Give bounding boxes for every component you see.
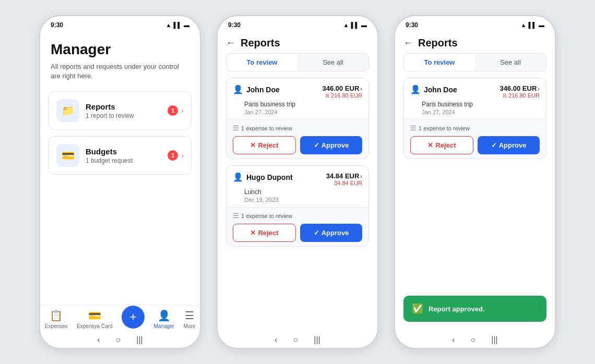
battery-icon-2: ▬ (361, 22, 367, 28)
signal-icon-2: ▌▌ (351, 22, 359, 28)
approve-icon-john: ✓ (314, 141, 319, 149)
reject-icon-john: ✕ (250, 141, 256, 149)
reports-chevron: › (181, 106, 184, 115)
amount-sub-john: ℝ 216.80 EUR (323, 92, 363, 99)
report-card-header-john-3: 👤 John Doe 346.00 EUR › ℝ 216.80 EUR (404, 78, 546, 119)
name-hugo: Hugo Dupont (246, 173, 293, 181)
phone-3: 9:30 ▲ ▌▌ ▬ ← Reports To review See all … (394, 15, 556, 349)
add-button[interactable]: + (122, 306, 145, 329)
expensya-card-label: Expensya Card (77, 323, 112, 329)
toast-message: Report approved. (429, 305, 485, 313)
home-gesture: ○ (116, 335, 121, 345)
home-indicator-2: ‹ ○ ||| (218, 331, 377, 348)
budgets-icon: 💳 (56, 144, 79, 167)
reports-icon: 📁 (56, 99, 79, 122)
tab-to-review-3[interactable]: To review (404, 54, 475, 71)
status-bar-2: 9:30 ▲ ▌▌ ▬ (218, 16, 377, 31)
reports-label: Reports (86, 102, 161, 111)
nav-more[interactable]: ☰ More (183, 309, 195, 329)
avatar-hugo: 👤 (233, 172, 243, 182)
battery-icon-3: ▬ (539, 22, 544, 28)
expensya-card-icon: 💳 (88, 309, 101, 322)
approve-button-hugo[interactable]: ✓ Approve (300, 224, 362, 242)
amount-main-hugo: 34.84 EUR › (326, 172, 362, 180)
toast-icon: ✅ (412, 303, 423, 314)
phone-2: 9:30 ▲ ▌▌ ▬ ← Reports To review See all … (217, 15, 378, 349)
status-bar-1: 9:30 ▲ ▌▌ ▬ (40, 16, 200, 31)
reject-button-hugo[interactable]: ✕ Reject (233, 224, 296, 242)
arrow-john-3: › (538, 86, 540, 92)
wifi-icon-3: ▲ (521, 22, 527, 28)
manager-icon: 👤 (158, 309, 171, 322)
budgets-badge: 1 (168, 150, 178, 161)
person-info-john-3: 👤 John Doe (410, 84, 457, 94)
screen-content-1: Manager All reports and requests under y… (40, 31, 200, 305)
report-card-john-3: 👤 John Doe 346.00 EUR › ℝ 216.80 EUR (403, 78, 546, 159)
budgets-sub: 1 budget request (86, 157, 161, 164)
reject-button-john-3[interactable]: ✕ Reject (410, 136, 473, 154)
report-card-header-hugo: 👤 Hugo Dupont 34.84 EUR › 34.84 EUR (227, 166, 368, 207)
action-buttons-john: ✕ Reject ✓ Approve (233, 136, 362, 154)
amount-main-john-3: 346.00 EUR › (500, 84, 540, 92)
manager-subtitle: All reports and requests under your cont… (51, 62, 189, 81)
reports-title-3: Reports (418, 37, 458, 49)
reports-badge: 1 (168, 105, 178, 116)
tab-bar-3: To review See all (403, 53, 546, 71)
budgets-text: Budgets 1 budget request (86, 147, 161, 164)
wifi-icon: ▲ (166, 22, 172, 28)
arrow-hugo: › (360, 173, 362, 179)
reject-button-john[interactable]: ✕ Reject (233, 136, 296, 154)
tab-to-review-2[interactable]: To review (227, 54, 298, 71)
home-gesture-3: ○ (471, 335, 476, 345)
signal-icon-3: ▌▌ (528, 22, 537, 28)
date-john: Jan 27, 2024 (244, 109, 362, 115)
action-buttons-hugo: ✕ Reject ✓ Approve (233, 224, 362, 242)
amount-sub-hugo: 34.84 EUR (326, 180, 362, 186)
back-gesture: ‹ (97, 335, 100, 345)
bottom-nav: 📋 Expenses 💳 Expensya Card + 👤 Manager ☰… (40, 305, 200, 331)
back-button-3[interactable]: ← (403, 38, 413, 48)
status-bar-3: 9:30 ▲ ▌▌ ▬ (395, 16, 555, 31)
more-icon: ☰ (185, 309, 194, 322)
list-icon-john-3: ☰ (410, 124, 416, 132)
person-row-john-3: 👤 John Doe 346.00 EUR › ℝ 216.80 EUR (410, 84, 540, 99)
menu-item-reports[interactable]: 📁 Reports 1 report to review 1 › (49, 91, 192, 130)
signal-icon: ▌▌ (173, 22, 182, 28)
time-1: 9:30 (51, 21, 63, 29)
multitask-gesture: ||| (136, 335, 142, 345)
name-john: John Doe (246, 86, 280, 94)
arrow-john: › (360, 86, 362, 92)
tab-bar-2: To review See all (226, 53, 369, 71)
menu-items: 📁 Reports 1 report to review 1 › 💳 Budge… (40, 86, 200, 180)
footer-hugo: ☰ 1 expense to review ✕ Reject ✓ Approve (227, 207, 368, 246)
status-icons-1: ▲ ▌▌ ▬ (166, 22, 189, 28)
desc-john: Paris business trip (244, 101, 362, 108)
budgets-chevron: › (181, 151, 184, 160)
tab-see-all-2[interactable]: See all (298, 54, 368, 71)
footer-john: ☰ 1 expense to review ✕ Reject ✓ Approve (227, 119, 368, 159)
tab-see-all-3[interactable]: See all (475, 54, 546, 71)
nav-expensya-card[interactable]: 💳 Expensya Card (77, 309, 112, 329)
home-indicator-3: ‹ ○ ||| (395, 331, 555, 348)
name-john-3: John Doe (424, 86, 457, 94)
back-gesture-3: ‹ (452, 335, 455, 345)
expenses-label: Expenses (45, 323, 68, 329)
manager-title: Manager (51, 41, 189, 58)
multitask-gesture-2: ||| (314, 335, 320, 345)
nav-expenses[interactable]: 📋 Expenses (45, 309, 68, 329)
menu-item-budgets[interactable]: 💳 Budgets 1 budget request 1 › (49, 136, 192, 175)
toast-success: ✅ Report approved. (403, 296, 546, 322)
home-indicator-1: ‹ ○ ||| (40, 331, 200, 348)
home-gesture-2: ○ (293, 335, 299, 345)
nav-manager[interactable]: 👤 Manager (153, 309, 174, 329)
expenses-icon: 📋 (50, 309, 63, 322)
status-icons-2: ▲ ▌▌ ▬ (343, 22, 367, 28)
wifi-icon-2: ▲ (343, 22, 349, 28)
approve-button-john-3[interactable]: ✓ Approve (478, 136, 540, 154)
approve-icon-john-3: ✓ (491, 141, 497, 149)
approve-button-john[interactable]: ✓ Approve (300, 136, 362, 154)
back-button-2[interactable]: ← (226, 38, 235, 48)
amount-info-hugo: 34.84 EUR › 34.84 EUR (326, 172, 362, 186)
multitask-gesture-3: ||| (491, 335, 497, 345)
manager-nav-label: Manager (153, 323, 174, 329)
